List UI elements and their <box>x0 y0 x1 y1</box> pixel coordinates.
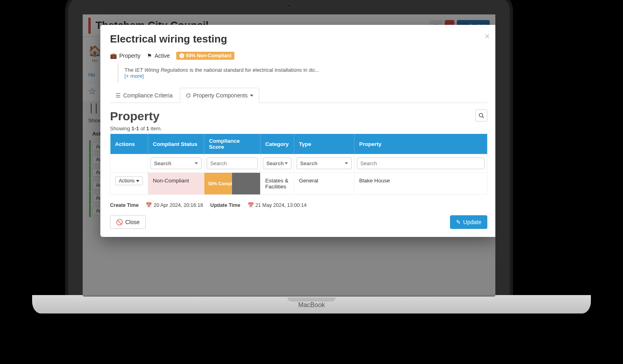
th-property[interactable]: Property <box>354 134 487 154</box>
info-icon: i <box>179 53 184 58</box>
camera-dot <box>287 4 291 7</box>
cell-property: Blake House <box>354 173 487 195</box>
update-button[interactable]: ✎Update <box>450 215 487 229</box>
flag-icon: ⚑ <box>147 53 152 59</box>
filter-score[interactable] <box>207 158 258 169</box>
search-button[interactable] <box>475 109 487 121</box>
filter-status[interactable]: Search <box>151 158 202 169</box>
expand-description[interactable]: [+ more] <box>124 73 144 79</box>
list-icon: ☰ <box>116 92 121 99</box>
calendar-icon: 📅 <box>146 202 152 208</box>
cell-category: Estates & Facilities <box>260 173 294 195</box>
cell-type: General <box>294 173 354 195</box>
svg-line-1 <box>483 117 484 118</box>
filter-type[interactable]: Search <box>297 158 352 169</box>
laptop-brand: MacBook <box>32 301 591 309</box>
pencil-icon: ✎ <box>456 219 461 225</box>
th-status[interactable]: Compliant Status <box>148 134 204 154</box>
cell-status: Non-Compliant <box>148 173 204 195</box>
tab-compliance-criteria[interactable]: ☰ Compliance Criteria <box>110 88 178 103</box>
close-button[interactable]: 🚫Close <box>110 215 146 229</box>
th-category[interactable]: Category <box>260 134 294 154</box>
modal-dialog: × Electrical wiring testing 💼 Property ⚑… <box>100 25 495 237</box>
result-count: Showing 1-1 of 1 item. <box>110 125 487 131</box>
search-icon <box>478 113 484 118</box>
chevron-down-icon <box>250 95 253 97</box>
calendar-icon: 📅 <box>248 202 254 208</box>
sitemap-icon: ⌬ <box>186 92 191 99</box>
components-table: Actions Compliant Status Compliance Scor… <box>110 134 487 195</box>
cell-score: 50% Compliant <box>204 173 260 195</box>
description: The IET Wiring Regulations is the nation… <box>117 64 487 82</box>
create-time-label: Create Time <box>110 202 138 208</box>
briefcase-icon: 💼 <box>110 53 117 59</box>
tab-property-components[interactable]: ⌬ Property Components <box>180 88 259 103</box>
svg-point-0 <box>479 113 483 117</box>
scope-chip: 💼 Property <box>110 53 140 59</box>
modal-title: Electrical wiring testing <box>110 33 487 45</box>
row-actions-menu[interactable]: Actions <box>115 176 143 185</box>
status-flag: ⚑ Active <box>147 53 170 59</box>
filter-property[interactable] <box>357 158 485 169</box>
table-row: Actions Non-Compliant 50% Compliant Esta… <box>110 173 487 195</box>
ban-icon: 🚫 <box>116 219 123 225</box>
update-time-label: Update Time <box>210 202 240 208</box>
close-icon[interactable]: × <box>485 31 490 42</box>
th-type[interactable]: Type <box>294 134 354 154</box>
compliance-badge: i 50% Non-Compliant <box>176 52 234 60</box>
th-score[interactable]: Compliance Score <box>204 134 260 154</box>
create-time: 20 Apr 2024, 20:16:18 <box>154 202 203 208</box>
section-title: Property <box>110 109 159 123</box>
th-actions[interactable]: Actions <box>110 134 148 154</box>
update-time: 21 May 2024, 13:00:14 <box>255 202 307 208</box>
filter-category[interactable]: Search <box>263 158 291 169</box>
